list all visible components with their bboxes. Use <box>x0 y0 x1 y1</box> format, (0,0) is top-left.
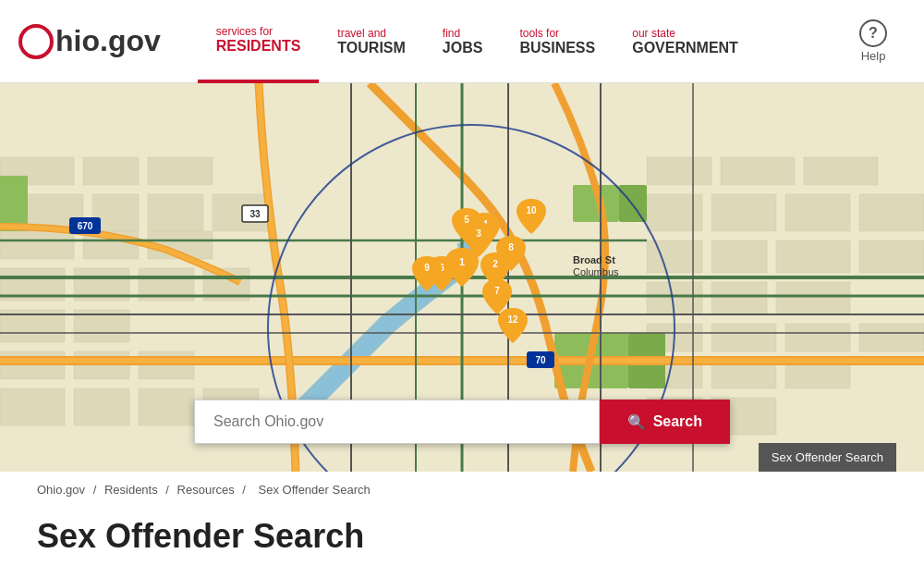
svg-text:1: 1 <box>459 256 465 267</box>
nav-item-residents[interactable]: services for RESIDENTS <box>198 0 320 83</box>
svg-rect-19 <box>859 240 924 273</box>
sex-offender-search-tab[interactable]: Sex Offender Search <box>759 443 896 472</box>
svg-rect-11 <box>804 157 878 185</box>
nav-main-label: RESIDENTS <box>216 38 301 55</box>
breadcrumb-link-0[interactable]: Ohio.gov <box>37 483 85 497</box>
svg-text:70: 70 <box>535 355 546 365</box>
search-overlay: 🔍 Search <box>194 400 730 444</box>
search-icon: 🔍 <box>627 413 646 431</box>
svg-text:33: 33 <box>249 209 261 219</box>
nav-main-label: BUSINESS <box>519 40 595 56</box>
svg-rect-9 <box>647 157 711 185</box>
nav-item-business[interactable]: tools for BUSINESS <box>501 0 614 83</box>
svg-rect-32 <box>0 231 74 259</box>
svg-text:2: 2 <box>492 259 498 269</box>
ohio-logo-o <box>18 24 54 59</box>
svg-text:5: 5 <box>464 215 469 225</box>
svg-rect-26 <box>859 324 924 351</box>
svg-rect-3 <box>83 157 139 185</box>
svg-rect-10 <box>721 157 795 185</box>
svg-text:10: 10 <box>526 205 537 215</box>
svg-text:3: 3 <box>476 228 481 239</box>
search-input[interactable] <box>194 400 600 444</box>
nav-sub-label: find <box>443 27 483 40</box>
breadcrumb-link-1[interactable]: Residents <box>104 483 158 497</box>
breadcrumb-separator: / <box>239 483 249 497</box>
help-area[interactable]: ? Help <box>841 19 906 63</box>
svg-rect-22 <box>776 282 850 314</box>
breadcrumb-separator: / <box>163 483 173 497</box>
nav-main-label: TOURISM <box>337 40 405 56</box>
logo-area[interactable]: hio.gov <box>18 24 161 59</box>
page-title: Sex Offender Search <box>0 508 924 574</box>
svg-rect-17 <box>711 240 767 273</box>
svg-rect-45 <box>74 388 129 425</box>
svg-text:Broad St: Broad St <box>573 254 615 265</box>
svg-text:670: 670 <box>78 221 93 231</box>
svg-rect-7 <box>148 194 203 231</box>
nav-item-tourism[interactable]: travel and TOURISM <box>319 0 423 83</box>
svg-rect-15 <box>859 194 924 231</box>
svg-text:7: 7 <box>494 286 500 296</box>
search-button[interactable]: 🔍 Search <box>600 400 730 444</box>
svg-rect-16 <box>647 240 702 273</box>
svg-rect-25 <box>785 324 850 351</box>
svg-text:12: 12 <box>507 314 518 325</box>
nav-main-label: GOVERNMENT <box>632 40 738 56</box>
nav-item-jobs[interactable]: find JOBS <box>424 0 502 83</box>
nav-sub-label: tools for <box>519 27 595 40</box>
svg-rect-46 <box>139 388 194 425</box>
breadcrumb: Ohio.gov / Residents / Resources / Sex O… <box>0 472 924 508</box>
svg-rect-24 <box>711 324 776 351</box>
svg-rect-52 <box>619 185 647 222</box>
svg-rect-18 <box>776 240 850 273</box>
map-container: 70 670 33 Broad St Columbus 10 5 4 <box>0 83 924 472</box>
svg-text:9: 9 <box>424 263 430 273</box>
svg-text:8: 8 <box>508 242 514 252</box>
nav-sub-label: our state <box>632 27 738 40</box>
logo-text: hio.gov <box>55 24 161 58</box>
svg-rect-12 <box>647 194 702 231</box>
breadcrumb-separator: / <box>90 483 100 497</box>
nav-item-government[interactable]: our state GOVERNMENT <box>614 0 757 83</box>
svg-rect-4 <box>148 157 213 185</box>
svg-rect-13 <box>711 194 776 231</box>
help-icon: ? <box>859 19 887 47</box>
svg-rect-50 <box>0 176 28 231</box>
main-nav: services for RESIDENTStravel and TOURISM… <box>198 0 757 83</box>
help-label: Help <box>861 49 886 63</box>
breadcrumb-current: Sex Offender Search <box>259 483 371 497</box>
header: hio.gov services for RESIDENTStravel and… <box>0 0 924 83</box>
svg-rect-14 <box>785 194 850 231</box>
nav-main-label: JOBS <box>443 40 483 56</box>
svg-text:Columbus: Columbus <box>573 266 619 277</box>
nav-sub-label: travel and <box>337 27 405 40</box>
svg-rect-21 <box>711 282 767 314</box>
nav-sub-label: services for <box>216 25 301 38</box>
breadcrumb-link-2[interactable]: Resources <box>177 483 235 497</box>
svg-rect-44 <box>0 388 65 425</box>
search-button-label: Search <box>653 413 702 430</box>
